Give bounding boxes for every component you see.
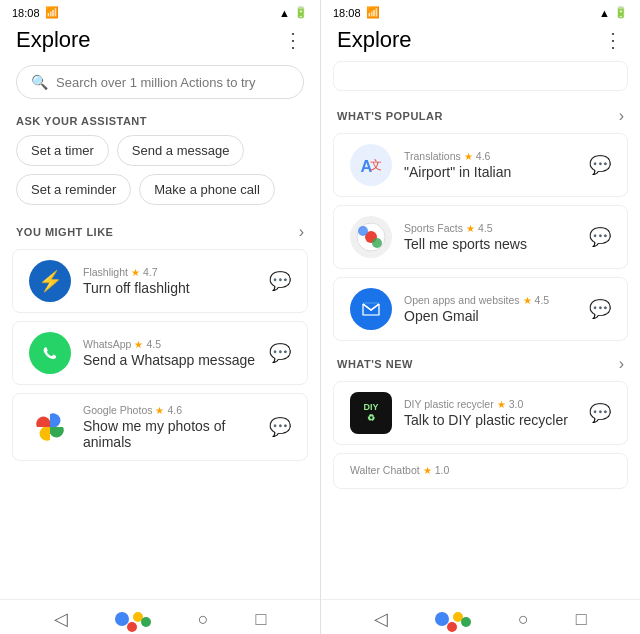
svg-point-6 bbox=[372, 238, 382, 248]
card-text-gphotos: Google Photos ★ 4.6 Show me my photos of… bbox=[83, 404, 257, 450]
signal-icon-left: 📶 bbox=[45, 6, 59, 19]
card-gmail[interactable]: Open apps and websites ★ 4.5 Open Gmail … bbox=[333, 277, 628, 341]
whatsapp-icon bbox=[29, 332, 71, 374]
card-meta-whatsapp: WhatsApp ★ 4.5 bbox=[83, 338, 257, 350]
top-stub-card bbox=[333, 61, 628, 91]
page-title-left: Explore bbox=[16, 27, 91, 53]
card-whatsapp[interactable]: WhatsApp ★ 4.5 Send a Whatsapp message 💬 bbox=[12, 321, 308, 385]
back-button-right[interactable]: ◁ bbox=[374, 608, 388, 630]
right-panel: 18:08 📶 ▲ 🔋 Explore ⋮ WHAT'S POPULAR › A… bbox=[320, 0, 640, 634]
whats-new-header: WHAT'S NEW › bbox=[321, 349, 640, 381]
search-icon: 🔍 bbox=[31, 74, 48, 90]
card-meta-gphotos: Google Photos ★ 4.6 bbox=[83, 404, 257, 416]
card-diy[interactable]: DIY♻ DIY plastic recycler ★ 3.0 Talk to … bbox=[333, 381, 628, 445]
search-bar[interactable]: 🔍 bbox=[16, 65, 304, 99]
card-meta-diy: DIY plastic recycler ★ 3.0 bbox=[404, 398, 577, 410]
card-title-gphotos: Show me my photos of animals bbox=[83, 418, 257, 450]
card-meta-gmail: Open apps and websites ★ 4.5 bbox=[404, 294, 577, 306]
more-button-left[interactable]: ⋮ bbox=[283, 28, 304, 52]
card-sports[interactable]: Sports Facts ★ 4.5 Tell me sports news 💬 bbox=[333, 205, 628, 269]
header-right: Explore ⋮ bbox=[321, 23, 640, 61]
back-button-left[interactable]: ◁ bbox=[54, 608, 68, 630]
card-title-diy: Talk to DIY plastic recycler bbox=[404, 412, 577, 428]
bottom-nav-right: ◁ ○ □ bbox=[321, 599, 640, 634]
card-gphotos[interactable]: Google Photos ★ 4.6 Show me my photos of… bbox=[12, 393, 308, 461]
assistant-logo-left bbox=[115, 612, 151, 626]
svg-rect-8 bbox=[363, 303, 379, 315]
left-panel: 18:08 📶 ▲ 🔋 Explore ⋮ 🔍 ASK YOUR ASSISTA… bbox=[0, 0, 320, 634]
quick-actions: Set a timer Send a message Set a reminde… bbox=[0, 135, 320, 217]
chat-icon-sports[interactable]: 💬 bbox=[589, 226, 611, 248]
card-text-sports: Sports Facts ★ 4.5 Tell me sports news bbox=[404, 222, 577, 252]
btn-set-timer[interactable]: Set a timer bbox=[16, 135, 109, 166]
time-left: 18:08 bbox=[12, 7, 40, 19]
svg-point-5 bbox=[358, 226, 368, 236]
card-text-diy: DIY plastic recycler ★ 3.0 Talk to DIY p… bbox=[404, 398, 577, 428]
card-text-translations: Translations ★ 4.6 "Airport" in Italian bbox=[404, 150, 577, 180]
translate-icon: A 文 bbox=[350, 144, 392, 186]
recent-button-right[interactable]: □ bbox=[576, 609, 587, 630]
btn-phone-call[interactable]: Make a phone call bbox=[139, 174, 275, 205]
chat-icon-diy[interactable]: 💬 bbox=[589, 402, 611, 424]
card-title-sports: Tell me sports news bbox=[404, 236, 577, 252]
wifi-icon-left: ▲ bbox=[279, 7, 290, 19]
card-text-whatsapp: WhatsApp ★ 4.5 Send a Whatsapp message bbox=[83, 338, 257, 368]
svg-point-0 bbox=[37, 340, 63, 366]
right-scroll-area: WHAT'S POPULAR › A 文 Translations ★ 4.6 … bbox=[321, 61, 640, 599]
more-button-right[interactable]: ⋮ bbox=[603, 28, 624, 52]
whats-new-arrow[interactable]: › bbox=[619, 355, 624, 373]
you-might-like-header: YOU MIGHT LIKE › bbox=[0, 217, 320, 249]
recent-button-left[interactable]: □ bbox=[256, 609, 267, 630]
you-might-like-arrow[interactable]: › bbox=[299, 223, 304, 241]
chat-icon-flashlight[interactable]: 💬 bbox=[269, 270, 291, 292]
status-bar-left: 18:08 📶 ▲ 🔋 bbox=[0, 0, 320, 23]
chat-icon-gmail[interactable]: 💬 bbox=[589, 298, 611, 320]
chat-icon-translations[interactable]: 💬 bbox=[589, 154, 611, 176]
gphotos-icon bbox=[29, 406, 71, 448]
whats-popular-arrow[interactable]: › bbox=[619, 107, 624, 125]
page-title-right: Explore bbox=[337, 27, 412, 53]
card-meta-sports: Sports Facts ★ 4.5 bbox=[404, 222, 577, 234]
you-might-like-label: YOU MIGHT LIKE bbox=[16, 226, 113, 238]
card-translations[interactable]: A 文 Translations ★ 4.6 "Airport" in Ital… bbox=[333, 133, 628, 197]
card-title-gmail: Open Gmail bbox=[404, 308, 577, 324]
svg-text:文: 文 bbox=[370, 158, 382, 171]
ask-assistant-label: ASK YOUR ASSISTANT bbox=[0, 111, 320, 135]
bottom-nav-left: ◁ ○ □ bbox=[0, 599, 320, 634]
whats-new-label: WHAT'S NEW bbox=[337, 358, 413, 370]
chat-icon-whatsapp[interactable]: 💬 bbox=[269, 342, 291, 364]
card-title-translations: "Airport" in Italian bbox=[404, 164, 577, 180]
signal-icon-right: 📶 bbox=[366, 6, 380, 19]
card-text-flashlight: Flashlight ★ 4.7 Turn off flashlight bbox=[83, 266, 257, 296]
wifi-icon-right: ▲ bbox=[599, 7, 610, 19]
card-text-gmail: Open apps and websites ★ 4.5 Open Gmail bbox=[404, 294, 577, 324]
whats-popular-label: WHAT'S POPULAR bbox=[337, 110, 443, 122]
flashlight-icon: ⚡ bbox=[29, 260, 71, 302]
assistant-logo-right bbox=[435, 612, 471, 626]
battery-icon-left: 🔋 bbox=[294, 6, 308, 19]
card-flashlight[interactable]: ⚡ Flashlight ★ 4.7 Turn off flashlight 💬 bbox=[12, 249, 308, 313]
whats-popular-header: WHAT'S POPULAR › bbox=[321, 101, 640, 133]
card-title-flashlight: Turn off flashlight bbox=[83, 280, 257, 296]
btn-set-reminder[interactable]: Set a reminder bbox=[16, 174, 131, 205]
sports-icon bbox=[350, 216, 392, 258]
card-meta-translations: Translations ★ 4.6 bbox=[404, 150, 577, 162]
card-title-whatsapp: Send a Whatsapp message bbox=[83, 352, 257, 368]
time-right: 18:08 bbox=[333, 7, 361, 19]
home-button-left[interactable]: ○ bbox=[198, 609, 209, 630]
battery-icon-right: 🔋 bbox=[614, 6, 628, 19]
home-button-right[interactable]: ○ bbox=[518, 609, 529, 630]
header-left: Explore ⋮ bbox=[0, 23, 320, 61]
diy-icon: DIY♻ bbox=[350, 392, 392, 434]
btn-send-message[interactable]: Send a message bbox=[117, 135, 245, 166]
walter-chatbot-stub: Walter Chatbot ★ 1.0 bbox=[333, 453, 628, 489]
gmail-icon bbox=[350, 288, 392, 330]
chat-icon-gphotos[interactable]: 💬 bbox=[269, 416, 291, 438]
card-meta-flashlight: Flashlight ★ 4.7 bbox=[83, 266, 257, 278]
status-bar-right: 18:08 📶 ▲ 🔋 bbox=[321, 0, 640, 23]
search-input[interactable] bbox=[56, 75, 289, 90]
